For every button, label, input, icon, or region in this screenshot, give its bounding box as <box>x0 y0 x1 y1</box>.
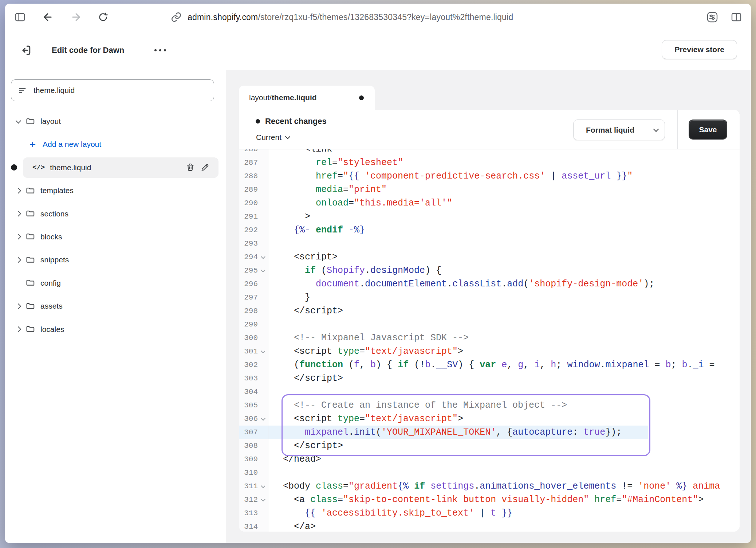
code-line-312[interactable]: 312 <a class="skip-to-content-link butto… <box>239 493 740 506</box>
code-line-294[interactable]: 294 <script> <box>239 250 740 264</box>
delete-file-button[interactable] <box>183 160 197 175</box>
code-line-308[interactable]: 308 </script> <box>239 439 740 453</box>
code-line-286[interactable]: 286 <link <box>239 149 740 156</box>
code-line-295[interactable]: 295 if (Shopify.designMode) { <box>239 264 740 277</box>
code-line-314[interactable]: 314 </a> <box>239 520 740 532</box>
code-text[interactable]: <!-- Mixpanel Javascript SDK --> <box>268 331 469 345</box>
code-line-303[interactable]: 303 </script> <box>239 372 740 385</box>
code-text[interactable]: <a class="skip-to-content-link button vi… <box>268 493 704 506</box>
code-text[interactable] <box>268 318 272 331</box>
code-line-291[interactable]: 291 > <box>239 210 740 223</box>
code-text[interactable]: mixpanel.init('YOUR_MIXPANEL_TOKEN', {au… <box>268 426 673 439</box>
code-text[interactable]: > <box>268 210 310 223</box>
code-text[interactable]: </script> <box>268 439 343 453</box>
fold-chevron-icon[interactable] <box>261 497 265 502</box>
code-text[interactable]: </script> <box>268 372 343 385</box>
toggle-sidebar-icon[interactable] <box>14 11 26 23</box>
code-text[interactable]: media="print" <box>268 183 387 196</box>
code-line-296[interactable]: 296 document.documentElement.classList.a… <box>239 277 740 291</box>
chevron-right-icon[interactable] <box>15 257 21 263</box>
code-line-297[interactable]: 297 } <box>239 291 740 304</box>
code-line-302[interactable]: 302 (function (f, b) { if (!b.__SV) { va… <box>239 358 740 372</box>
tree-item-layout[interactable]: layout <box>5 111 226 131</box>
code-line-311[interactable]: 311 <body class="gradient{% if settings.… <box>239 480 740 493</box>
code-text[interactable] <box>268 385 272 399</box>
code-text[interactable]: <!-- Create an instance of the Mixpanel … <box>268 399 567 412</box>
code-line-298[interactable]: 298 </script> <box>239 304 740 318</box>
code-text[interactable]: {%- endif -%} <box>268 223 365 237</box>
code-text[interactable]: (function (f, b) { if (!b.__SV) { var e,… <box>268 358 720 372</box>
code-text[interactable]: } <box>268 291 310 304</box>
code-line-299[interactable]: 299 <box>239 318 740 331</box>
code-line-293[interactable]: 293 <box>239 237 740 250</box>
exit-editor-icon[interactable] <box>19 43 34 58</box>
tree-item-add-a-new-layout[interactable]: +Add a new layout <box>5 134 226 154</box>
code-line-309[interactable]: 309 </head> <box>239 453 740 466</box>
fold-chevron-icon[interactable] <box>261 416 265 421</box>
code-text[interactable] <box>268 237 272 250</box>
code-line-313[interactable]: 313 {{ 'accessibility.skip_to_text' | t … <box>239 506 740 520</box>
code-line-290[interactable]: 290 onload="this.media='all'" <box>239 196 740 210</box>
code-text[interactable]: rel="stylesheet" <box>268 156 403 169</box>
url-bar[interactable]: admin.shopify.com/store/rzq1xu-f5/themes… <box>188 12 513 22</box>
tree-item-locales[interactable]: locales <box>5 320 226 339</box>
code-text[interactable]: </a> <box>268 520 316 532</box>
overflow-menu-button[interactable] <box>151 46 170 55</box>
code-text[interactable]: </script> <box>268 304 343 318</box>
selected-file-pill[interactable]: </>theme.liquid <box>23 157 218 178</box>
code-text[interactable]: <body class="gradient{% if settings.anim… <box>268 480 720 493</box>
tree-item-assets[interactable]: assets <box>5 296 226 316</box>
chevron-right-icon[interactable] <box>15 326 21 332</box>
code-text[interactable]: <script type="text/javascript"> <box>268 345 463 358</box>
format-options-toggle[interactable] <box>647 120 665 140</box>
code-editor[interactable]: 286 <link287 rel="stylesheet"288 href="{… <box>239 149 740 532</box>
fold-chevron-icon[interactable] <box>261 254 265 259</box>
version-selector[interactable]: Current <box>256 133 290 142</box>
code-line-288[interactable]: 288 href="{{ 'component-predictive-searc… <box>239 169 740 183</box>
chevron-right-icon[interactable] <box>15 211 21 217</box>
code-text[interactable]: <link <box>268 149 332 156</box>
preview-store-button[interactable]: Preview store <box>662 40 737 59</box>
code-line-301[interactable]: 301 <script type="text/javascript"> <box>239 345 740 358</box>
chevron-right-icon[interactable] <box>15 188 21 193</box>
split-view-icon[interactable] <box>730 11 743 23</box>
search-input[interactable] <box>33 86 207 95</box>
code-line-304[interactable]: 304 <box>239 385 740 399</box>
reload-icon[interactable] <box>97 12 109 23</box>
fold-chevron-icon[interactable] <box>261 349 265 353</box>
code-text[interactable] <box>268 466 272 480</box>
code-line-306[interactable]: 306 <script type="text/javascript"> <box>239 412 740 426</box>
code-text[interactable]: document.documentElement.classList.add('… <box>268 277 654 291</box>
tree-item-theme-liquid[interactable]: </>theme.liquid <box>5 158 226 177</box>
chevron-right-icon[interactable] <box>15 234 21 240</box>
back-icon[interactable] <box>42 11 54 23</box>
code-line-300[interactable]: 300 <!-- Mixpanel Javascript SDK --> <box>239 331 740 345</box>
tree-item-sections[interactable]: sections <box>5 204 226 224</box>
code-text[interactable]: {{ 'accessibility.skip_to_text' | t }} <box>268 506 512 520</box>
code-line-305[interactable]: 305 <!-- Create an instance of the Mixpa… <box>239 399 740 412</box>
chevron-down-icon[interactable] <box>15 118 21 124</box>
fold-chevron-icon[interactable] <box>261 484 265 488</box>
code-text[interactable]: href="{{ 'component-predictive-search.cs… <box>268 169 633 183</box>
code-text[interactable]: if (Shopify.designMode) { <box>268 264 441 277</box>
fold-chevron-icon[interactable] <box>261 268 265 273</box>
rename-file-button[interactable] <box>197 160 212 175</box>
tab-theme-liquid[interactable]: layout/theme.liquid <box>239 86 375 110</box>
code-text[interactable]: <script type="text/javascript"> <box>268 412 463 426</box>
format-liquid-button[interactable]: Format liquid <box>573 120 665 140</box>
tree-item-config[interactable]: config <box>5 273 226 293</box>
file-search[interactable] <box>11 79 214 101</box>
code-text[interactable]: </head> <box>268 453 321 466</box>
tree-item-blocks[interactable]: blocks <box>5 227 226 247</box>
tree-item-templates[interactable]: templates <box>5 181 226 200</box>
code-line-310[interactable]: 310 <box>239 466 740 480</box>
tune-icon[interactable] <box>706 11 719 23</box>
tree-item-snippets[interactable]: snippets <box>5 250 226 270</box>
code-line-289[interactable]: 289 media="print" <box>239 183 740 196</box>
code-line-292[interactable]: 292 {%- endif -%} <box>239 223 740 237</box>
code-text[interactable]: onload="this.media='all'" <box>268 196 452 210</box>
save-button[interactable]: Save <box>689 120 727 140</box>
forward-icon[interactable] <box>70 11 82 23</box>
code-text[interactable]: <script> <box>268 250 338 264</box>
chevron-right-icon[interactable] <box>15 303 21 309</box>
